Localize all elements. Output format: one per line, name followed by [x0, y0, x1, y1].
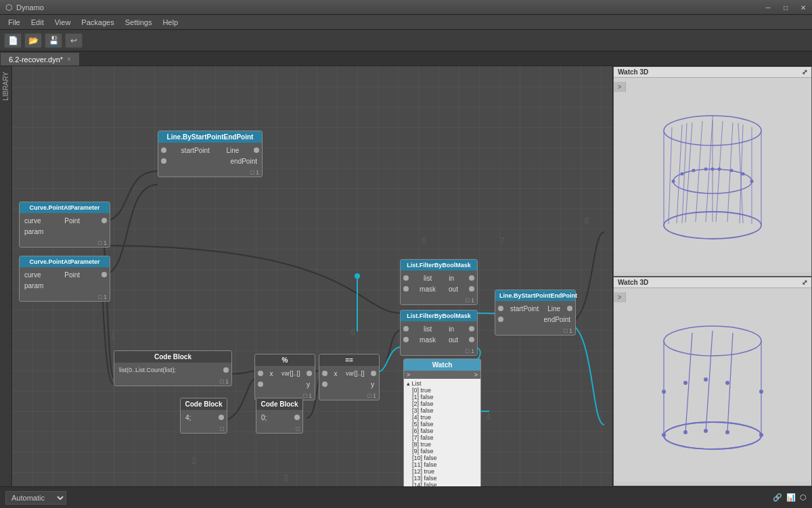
canvas[interactable]: 1 2 3 4 5 6 7 8 Line.ByStartPointEndPoin… [12, 66, 612, 486]
svg-point-44 [725, 430, 729, 434]
step-1-label: 1 [110, 330, 116, 341]
node-equals[interactable]: == x var[]..[] y □ 1 [319, 354, 380, 400]
node-filter1-header: List.FilterByBoolMask [401, 260, 477, 271]
node-line2[interactable]: Line.ByStartPointEndPoint startPoint Lin… [495, 290, 576, 336]
watch3d-bottom-expand[interactable]: ⤢ [802, 279, 807, 286]
watch-port-out: > [474, 371, 478, 378]
port-filter1-list-in [403, 275, 409, 281]
port-curve2-out [102, 272, 107, 277]
open-button[interactable]: 📂 [24, 33, 42, 48]
vase-top-svg [645, 100, 780, 249]
library-sidebar[interactable]: LIBRARY [0, 66, 12, 486]
svg-point-41 [662, 433, 666, 437]
node-line2-footer: □ 1 [495, 327, 575, 335]
node-codeblock1[interactable]: Code Block list(0..List.Count(list); □ 1 [114, 350, 232, 386]
minimize-button[interactable]: ─ [759, 0, 777, 15]
node-codeblock1-header: Code Block [114, 351, 231, 363]
node-codeblock2-header: Code Block [181, 398, 227, 410]
toolbar: 📄 📂 💾 ↩ [0, 30, 812, 51]
svg-line-9 [696, 121, 702, 222]
watch3d-top-header: Watch 3D ⤢ [614, 67, 811, 78]
port-filter2-out-out [469, 337, 474, 342]
step-8-label: 8 [584, 215, 589, 226]
status-icon-1[interactable]: 🔗 [773, 493, 782, 502]
port-line1-out [254, 147, 259, 153]
node-codeblock2-footer: □ [181, 425, 227, 433]
node-watch-header: Watch [404, 359, 480, 371]
active-tab[interactable]: 6.2-recover.dyn* × [0, 52, 80, 66]
port-filter1-in-out [469, 275, 474, 281]
tab-label: 6.2-recover.dyn* [9, 55, 63, 64]
nav-arrow-right[interactable]: > [618, 83, 622, 91]
svg-point-36 [683, 381, 687, 385]
watch3d-bottom-header: Watch 3D ⤢ [614, 277, 811, 288]
node-filter1[interactable]: List.FilterByBoolMask list in mask out □… [400, 259, 478, 305]
node-curve1[interactable]: Curve.PointAtParameter curve Point param… [19, 202, 110, 248]
port-modulo-x-in [258, 371, 263, 376]
step-7-label: 7 [499, 235, 505, 246]
node-line1-footer: □ 1 [158, 168, 262, 177]
node-modulo-header: % [255, 354, 315, 366]
port-equals-x-in [322, 371, 328, 376]
tabbar: 6.2-recover.dyn* × [0, 51, 812, 66]
node-filter2[interactable]: List.FilterByBoolMask list in mask out □… [400, 310, 478, 356]
port-line2-start-in [498, 306, 503, 311]
svg-point-39 [759, 390, 763, 394]
node-equals-header: == [319, 354, 379, 366]
save-button[interactable]: 💾 [45, 33, 62, 48]
app-title: Dynamo [16, 3, 44, 11]
menu-view[interactable]: View [49, 17, 76, 28]
menu-file[interactable]: File [3, 17, 26, 28]
maximize-button[interactable]: □ [777, 0, 794, 15]
watch3d-top-expand[interactable]: ⤢ [802, 68, 807, 76]
status-icon-3[interactable]: ⬡ [800, 493, 807, 502]
svg-point-38 [725, 381, 729, 385]
node-curve1-header: Curve.PointAtParameter [20, 202, 110, 213]
node-curve2[interactable]: Curve.PointAtParameter curve Point param… [19, 256, 110, 302]
menu-edit[interactable]: Edit [26, 17, 49, 28]
app-icon: ⬡ [5, 3, 12, 12]
menu-settings[interactable]: Settings [120, 17, 158, 28]
port-codeblock2-out [219, 415, 224, 420]
tab-close-button[interactable]: × [67, 55, 71, 63]
node-watch[interactable]: Watch > > ▴ List [0] true [1] false [2] … [403, 359, 481, 486]
run-mode-select[interactable]: Automatic Manual [5, 491, 66, 505]
port-filter2-in-out [469, 326, 474, 331]
port-codeblock3-out [294, 415, 300, 420]
watch3d-bottom-panel[interactable]: Watch 3D ⤢ > [613, 277, 812, 487]
node-curve1-footer: □ 1 [20, 239, 110, 247]
node-line2-header: Line.ByStartPointEndPoint [495, 290, 575, 301]
svg-line-31 [706, 331, 713, 432]
library-label[interactable]: LIBRARY [1, 69, 11, 103]
svg-point-43 [704, 429, 708, 433]
menu-packages[interactable]: Packages [76, 17, 119, 28]
step-3-label: 3 [283, 472, 288, 483]
watch3d-bottom-title: Watch 3D [618, 279, 648, 286]
node-modulo[interactable]: % x var[]..[] y □ 1 [254, 354, 315, 400]
port-endpoint-in [161, 158, 166, 164]
status-icon-2[interactable]: 📊 [786, 493, 796, 502]
statusbar: Automatic Manual 🔗 📊 ⬡ [0, 486, 812, 508]
watch3d-bottom-nav: > [614, 292, 626, 302]
svg-point-19 [681, 172, 684, 176]
svg-line-10 [706, 120, 713, 222]
watch3d-top-panel[interactable]: Watch 3D ⤢ > [613, 66, 812, 277]
node-codeblock3[interactable]: Code Block 0; □ [256, 398, 303, 434]
status-icons: 🔗 📊 ⬡ [773, 493, 807, 502]
node-line1-header: Line.ByStartPointEndPoint [158, 131, 262, 143]
node-codeblock3-header: Code Block [256, 398, 302, 410]
port-startpoint-in [161, 147, 166, 153]
port-equals-out [371, 371, 376, 376]
node-curve2-footer: □ 1 [20, 293, 110, 301]
node-codeblock2[interactable]: Code Block 4; □ [180, 398, 227, 434]
port-modulo-out [307, 371, 312, 376]
node-line1[interactable]: Line.ByStartPointEndPoint startPoint Lin… [158, 131, 263, 177]
menu-help[interactable]: Help [157, 17, 183, 28]
watch3d-top-nav: > [614, 82, 626, 92]
nav-arrow-right-bottom[interactable]: > [618, 294, 622, 301]
new-button[interactable]: 📄 [4, 33, 22, 48]
step-5-label: 5 [422, 235, 427, 246]
node-codeblock3-footer: □ [256, 425, 302, 433]
close-button[interactable]: ✕ [794, 0, 812, 15]
undo-button[interactable]: ↩ [65, 33, 83, 48]
